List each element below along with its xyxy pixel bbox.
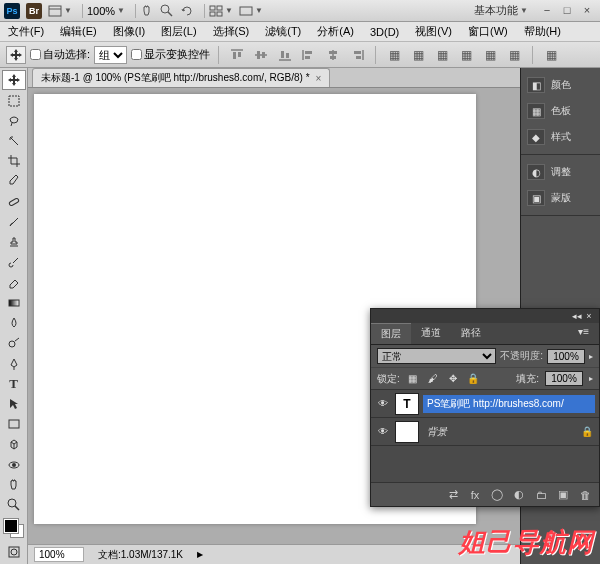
layer-row-text[interactable]: 👁 T PS笔刷吧 http://brushes8.com/ — [371, 390, 599, 418]
screen-mode-dropdown[interactable]: ▼ — [239, 5, 263, 17]
wand-tool[interactable] — [2, 131, 26, 151]
zoom-tool[interactable] — [2, 495, 26, 515]
close-tab-icon[interactable]: × — [316, 73, 322, 84]
3d-camera-tool[interactable] — [2, 455, 26, 475]
tab-layers[interactable]: 图层 — [371, 323, 411, 344]
minimize-button[interactable]: − — [538, 4, 556, 18]
panel-adjustments[interactable]: ◐调整 — [521, 159, 600, 185]
show-transform-checkbox[interactable]: 显示变换控件 — [131, 47, 210, 62]
quick-mask-toggle[interactable] — [2, 542, 26, 562]
align-right-button[interactable] — [347, 46, 367, 64]
collapse-icon[interactable]: ◂◂ — [571, 311, 583, 321]
auto-select-checkbox[interactable]: 自动选择: — [30, 47, 90, 62]
brush-tool[interactable] — [2, 212, 26, 232]
menu-3d[interactable]: 3D(D) — [366, 24, 403, 40]
layer-name[interactable]: 背景 — [423, 423, 577, 441]
zoom-level[interactable]: 100% ▼ — [87, 5, 125, 17]
auto-align-button[interactable]: ▦ — [541, 46, 561, 64]
view-mode-dropdown[interactable]: ▼ — [48, 5, 72, 17]
align-vcenter-button[interactable] — [251, 46, 271, 64]
tab-paths[interactable]: 路径 — [451, 323, 491, 344]
show-transform-input[interactable] — [131, 49, 142, 60]
close-panel-icon[interactable]: × — [583, 311, 595, 321]
move-tool[interactable] — [2, 70, 26, 90]
dist-bottom-button[interactable]: ▦ — [432, 46, 452, 64]
heal-tool[interactable] — [2, 192, 26, 212]
opacity-flyout-icon[interactable]: ▸ — [589, 352, 593, 361]
stamp-tool[interactable] — [2, 232, 26, 252]
blend-mode-select[interactable]: 正常 — [377, 348, 496, 364]
lock-transparent-icon[interactable]: ▦ — [406, 372, 420, 386]
history-brush-tool[interactable] — [2, 252, 26, 272]
align-top-button[interactable] — [227, 46, 247, 64]
align-bottom-button[interactable] — [275, 46, 295, 64]
layer-name[interactable]: PS笔刷吧 http://brushes8.com/ — [423, 395, 595, 413]
new-layer-icon[interactable]: ▣ — [553, 486, 573, 504]
link-layers-icon[interactable]: ⇄ — [443, 486, 463, 504]
blur-tool[interactable] — [2, 313, 26, 333]
document-tab[interactable]: 未标题-1 @ 100% (PS笔刷吧 http://brushes8.com/… — [32, 68, 330, 87]
opacity-value[interactable]: 100% — [547, 349, 585, 364]
color-swatches[interactable] — [4, 519, 24, 537]
visibility-toggle-icon[interactable]: 👁 — [375, 426, 391, 437]
dist-vcenter-button[interactable]: ▦ — [408, 46, 428, 64]
eraser-tool[interactable] — [2, 273, 26, 293]
status-menu-arrow[interactable]: ▶ — [197, 550, 203, 559]
menu-image[interactable]: 图像(I) — [109, 22, 149, 41]
auto-select-target[interactable]: 组 — [94, 46, 127, 64]
menu-analysis[interactable]: 分析(A) — [313, 22, 358, 41]
arrange-docs-dropdown[interactable]: ▼ — [209, 5, 233, 17]
panel-menu-icon[interactable]: ▾≡ — [568, 323, 599, 344]
new-group-icon[interactable]: 🗀 — [531, 486, 551, 504]
panel-color[interactable]: ◧颜色 — [521, 72, 600, 98]
menu-view[interactable]: 视图(V) — [411, 22, 456, 41]
bridge-logo-icon[interactable]: Br — [26, 3, 42, 19]
fill-value[interactable]: 100% — [545, 371, 583, 386]
active-tool-indicator[interactable] — [6, 46, 26, 64]
lasso-tool[interactable] — [2, 111, 26, 131]
menu-file[interactable]: 文件(F) — [4, 22, 48, 41]
fill-flyout-icon[interactable]: ▸ — [589, 374, 593, 383]
align-left-button[interactable] — [299, 46, 319, 64]
menu-select[interactable]: 选择(S) — [209, 22, 254, 41]
align-hcenter-button[interactable] — [323, 46, 343, 64]
menu-layer[interactable]: 图层(L) — [157, 22, 200, 41]
panel-swatches[interactable]: ▦色板 — [521, 98, 600, 124]
layer-mask-icon[interactable]: ◯ — [487, 486, 507, 504]
maximize-button[interactable]: □ — [558, 4, 576, 18]
menu-help[interactable]: 帮助(H) — [520, 22, 565, 41]
hand-tool-shortcut[interactable] — [140, 4, 154, 18]
zoom-tool-shortcut[interactable] — [160, 4, 174, 18]
layer-fx-icon[interactable]: fx — [465, 486, 485, 504]
foreground-color[interactable] — [4, 519, 18, 533]
visibility-toggle-icon[interactable]: 👁 — [375, 398, 391, 409]
tab-channels[interactable]: 通道 — [411, 323, 451, 344]
dist-hcenter-button[interactable]: ▦ — [480, 46, 500, 64]
lock-position-icon[interactable]: ✥ — [446, 372, 460, 386]
pen-tool[interactable] — [2, 353, 26, 373]
3d-tool[interactable] — [2, 434, 26, 454]
auto-select-input[interactable] — [30, 49, 41, 60]
type-tool[interactable]: T — [2, 374, 26, 394]
dist-left-button[interactable]: ▦ — [456, 46, 476, 64]
lock-all-icon[interactable]: 🔒 — [466, 372, 480, 386]
layer-thumb-text[interactable]: T — [395, 393, 419, 415]
panel-masks[interactable]: ▣蒙版 — [521, 185, 600, 211]
menu-window[interactable]: 窗口(W) — [464, 22, 512, 41]
dist-right-button[interactable]: ▦ — [504, 46, 524, 64]
dist-top-button[interactable]: ▦ — [384, 46, 404, 64]
eyedropper-tool[interactable] — [2, 171, 26, 191]
workspace-switcher[interactable]: 基本功能▼ — [474, 3, 528, 18]
rotate-view-shortcut[interactable] — [180, 4, 194, 18]
panel-header[interactable]: ◂◂ × — [371, 309, 599, 323]
panel-styles[interactable]: ◆样式 — [521, 124, 600, 150]
layer-row-background[interactable]: 👁 背景 🔒 — [371, 418, 599, 446]
lock-pixels-icon[interactable]: 🖌 — [426, 372, 440, 386]
gradient-tool[interactable] — [2, 293, 26, 313]
hand-tool[interactable] — [2, 475, 26, 495]
delete-layer-icon[interactable]: 🗑 — [575, 486, 595, 504]
dodge-tool[interactable] — [2, 333, 26, 353]
shape-tool[interactable] — [2, 414, 26, 434]
close-button[interactable]: × — [578, 4, 596, 18]
path-select-tool[interactable] — [2, 394, 26, 414]
